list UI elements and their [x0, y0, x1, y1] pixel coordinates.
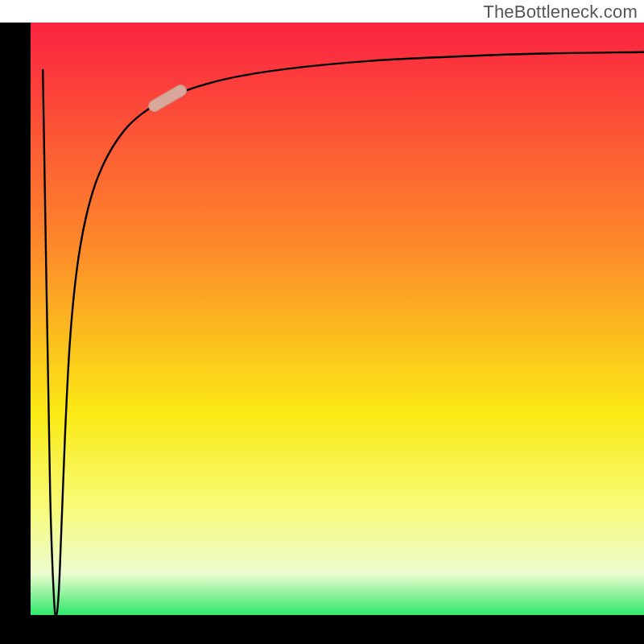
chart-stage: TheBottleneck.com: [0, 0, 644, 644]
attribution-label: TheBottleneck.com: [483, 2, 638, 23]
bottleneck-chart: [0, 0, 644, 644]
chart-plot-area: [31, 23, 644, 615]
